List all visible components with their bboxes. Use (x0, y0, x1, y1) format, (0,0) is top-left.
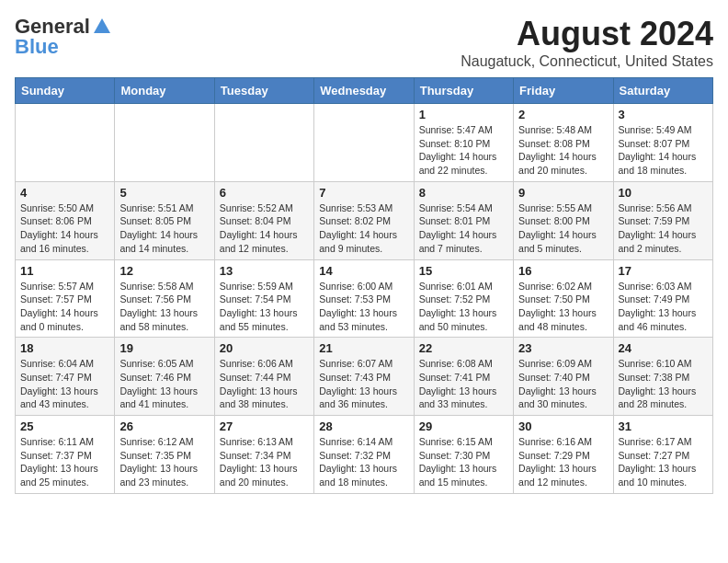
calendar-cell: 8Sunrise: 5:54 AM Sunset: 8:01 PM Daylig… (414, 181, 513, 259)
day-info: Sunrise: 6:10 AM Sunset: 7:38 PM Dayligh… (619, 357, 708, 411)
logo-blue-text: Blue (15, 35, 59, 59)
calendar-cell: 5Sunrise: 5:51 AM Sunset: 8:05 PM Daylig… (115, 181, 214, 259)
day-number: 18 (20, 341, 109, 355)
calendar-cell: 12Sunrise: 5:58 AM Sunset: 7:56 PM Dayli… (115, 259, 214, 338)
calendar-cell (314, 104, 414, 182)
title-section: August 2024 Naugatuck, Connecticut, Unit… (461, 15, 713, 70)
calendar-cell: 9Sunrise: 5:55 AM Sunset: 8:00 PM Daylig… (514, 181, 613, 259)
day-number: 13 (220, 264, 309, 278)
calendar-cell: 28Sunrise: 6:14 AM Sunset: 7:32 PM Dayli… (314, 416, 414, 494)
day-info: Sunrise: 5:47 AM Sunset: 8:10 PM Dayligh… (419, 123, 508, 178)
day-info: Sunrise: 6:12 AM Sunset: 7:35 PM Dayligh… (119, 435, 209, 489)
day-header-saturday: Saturday (613, 78, 712, 104)
calendar-cell: 30Sunrise: 6:16 AM Sunset: 7:29 PM Dayli… (514, 416, 613, 494)
day-info: Sunrise: 6:17 AM Sunset: 7:27 PM Dayligh… (619, 435, 708, 489)
day-number: 12 (119, 264, 209, 278)
day-info: Sunrise: 6:08 AM Sunset: 7:41 PM Dayligh… (419, 357, 508, 411)
calendar-week-1: 1Sunrise: 5:47 AM Sunset: 8:10 PM Daylig… (16, 104, 713, 182)
day-number: 21 (319, 341, 408, 355)
calendar-cell: 26Sunrise: 6:12 AM Sunset: 7:35 PM Dayli… (115, 416, 214, 494)
day-info: Sunrise: 6:02 AM Sunset: 7:50 PM Dayligh… (518, 280, 608, 334)
day-info: Sunrise: 5:55 AM Sunset: 8:00 PM Dayligh… (518, 201, 608, 256)
day-number: 19 (119, 341, 209, 355)
day-number: 17 (619, 264, 708, 278)
day-number: 26 (119, 419, 209, 433)
calendar-cell: 13Sunrise: 5:59 AM Sunset: 7:54 PM Dayli… (214, 259, 313, 338)
day-number: 5 (119, 186, 209, 200)
svg-marker-0 (94, 18, 110, 33)
day-info: Sunrise: 6:04 AM Sunset: 7:47 PM Dayligh… (20, 357, 109, 411)
calendar-cell: 15Sunrise: 6:01 AM Sunset: 7:52 PM Dayli… (414, 259, 513, 338)
day-info: Sunrise: 5:52 AM Sunset: 8:04 PM Dayligh… (220, 201, 309, 256)
day-info: Sunrise: 5:48 AM Sunset: 8:08 PM Dayligh… (518, 123, 608, 178)
day-header-tuesday: Tuesday (214, 78, 313, 104)
day-info: Sunrise: 5:57 AM Sunset: 7:57 PM Dayligh… (20, 280, 109, 334)
calendar-cell: 27Sunrise: 6:13 AM Sunset: 7:34 PM Dayli… (214, 416, 313, 494)
calendar-cell: 4Sunrise: 5:50 AM Sunset: 8:06 PM Daylig… (16, 181, 115, 259)
day-number: 7 (319, 186, 408, 200)
day-number: 29 (419, 419, 508, 433)
logo: General Blue (15, 15, 114, 59)
calendar-cell: 24Sunrise: 6:10 AM Sunset: 7:38 PM Dayli… (613, 338, 712, 416)
calendar-cell: 6Sunrise: 5:52 AM Sunset: 8:04 PM Daylig… (214, 181, 313, 259)
calendar-cell: 29Sunrise: 6:15 AM Sunset: 7:30 PM Dayli… (414, 416, 513, 494)
day-number: 31 (619, 419, 708, 433)
day-number: 6 (220, 186, 309, 200)
calendar-week-3: 11Sunrise: 5:57 AM Sunset: 7:57 PM Dayli… (16, 259, 713, 338)
calendar-cell: 7Sunrise: 5:53 AM Sunset: 8:02 PM Daylig… (314, 181, 414, 259)
day-info: Sunrise: 6:15 AM Sunset: 7:30 PM Dayligh… (419, 435, 508, 489)
day-info: Sunrise: 5:54 AM Sunset: 8:01 PM Dayligh… (419, 201, 508, 256)
day-info: Sunrise: 5:50 AM Sunset: 8:06 PM Dayligh… (20, 201, 109, 256)
day-number: 30 (518, 419, 608, 433)
day-number: 28 (319, 419, 408, 433)
day-info: Sunrise: 6:00 AM Sunset: 7:53 PM Dayligh… (319, 280, 408, 334)
day-info: Sunrise: 6:11 AM Sunset: 7:37 PM Dayligh… (20, 435, 109, 489)
day-info: Sunrise: 5:58 AM Sunset: 7:56 PM Dayligh… (119, 280, 209, 334)
calendar-cell (214, 104, 313, 182)
day-header-sunday: Sunday (16, 78, 115, 104)
day-info: Sunrise: 5:49 AM Sunset: 8:07 PM Dayligh… (619, 123, 708, 178)
day-number: 16 (518, 264, 608, 278)
day-number: 9 (518, 186, 608, 200)
calendar: SundayMondayTuesdayWednesdayThursdayFrid… (15, 77, 713, 494)
day-info: Sunrise: 5:56 AM Sunset: 7:59 PM Dayligh… (619, 201, 708, 256)
day-number: 3 (619, 108, 708, 121)
day-info: Sunrise: 6:14 AM Sunset: 7:32 PM Dayligh… (319, 435, 408, 489)
day-header-monday: Monday (115, 78, 214, 104)
day-number: 10 (619, 186, 708, 200)
day-number: 22 (419, 341, 508, 355)
calendar-cell (16, 104, 115, 182)
day-number: 14 (319, 264, 408, 278)
day-info: Sunrise: 6:06 AM Sunset: 7:44 PM Dayligh… (220, 357, 309, 411)
calendar-week-4: 18Sunrise: 6:04 AM Sunset: 7:47 PM Dayli… (16, 338, 713, 416)
calendar-cell: 31Sunrise: 6:17 AM Sunset: 7:27 PM Dayli… (613, 416, 712, 494)
day-number: 20 (220, 341, 309, 355)
day-header-thursday: Thursday (414, 78, 513, 104)
calendar-cell: 2Sunrise: 5:48 AM Sunset: 8:08 PM Daylig… (514, 104, 613, 182)
day-number: 2 (518, 108, 608, 121)
day-number: 15 (419, 264, 508, 278)
page-header: General Blue August 2024 Naugatuck, Conn… (15, 15, 713, 70)
day-number: 11 (20, 264, 109, 278)
logo-icon (92, 17, 112, 37)
calendar-header-row: SundayMondayTuesdayWednesdayThursdayFrid… (16, 78, 713, 104)
day-number: 27 (220, 419, 309, 433)
day-number: 1 (419, 108, 508, 121)
day-info: Sunrise: 5:59 AM Sunset: 7:54 PM Dayligh… (220, 280, 309, 334)
day-info: Sunrise: 6:13 AM Sunset: 7:34 PM Dayligh… (220, 435, 309, 489)
day-number: 24 (619, 341, 708, 355)
calendar-cell: 3Sunrise: 5:49 AM Sunset: 8:07 PM Daylig… (613, 104, 712, 182)
calendar-cell: 16Sunrise: 6:02 AM Sunset: 7:50 PM Dayli… (514, 259, 613, 338)
day-number: 23 (518, 341, 608, 355)
calendar-cell: 17Sunrise: 6:03 AM Sunset: 7:49 PM Dayli… (613, 259, 712, 338)
calendar-cell: 1Sunrise: 5:47 AM Sunset: 8:10 PM Daylig… (414, 104, 513, 182)
calendar-week-2: 4Sunrise: 5:50 AM Sunset: 8:06 PM Daylig… (16, 181, 713, 259)
calendar-cell: 21Sunrise: 6:07 AM Sunset: 7:43 PM Dayli… (314, 338, 414, 416)
calendar-cell: 20Sunrise: 6:06 AM Sunset: 7:44 PM Dayli… (214, 338, 313, 416)
calendar-cell: 10Sunrise: 5:56 AM Sunset: 7:59 PM Dayli… (613, 181, 712, 259)
day-number: 25 (20, 419, 109, 433)
day-info: Sunrise: 6:01 AM Sunset: 7:52 PM Dayligh… (419, 280, 508, 334)
day-info: Sunrise: 6:05 AM Sunset: 7:46 PM Dayligh… (119, 357, 209, 411)
day-info: Sunrise: 6:03 AM Sunset: 7:49 PM Dayligh… (619, 280, 708, 334)
calendar-cell: 14Sunrise: 6:00 AM Sunset: 7:53 PM Dayli… (314, 259, 414, 338)
